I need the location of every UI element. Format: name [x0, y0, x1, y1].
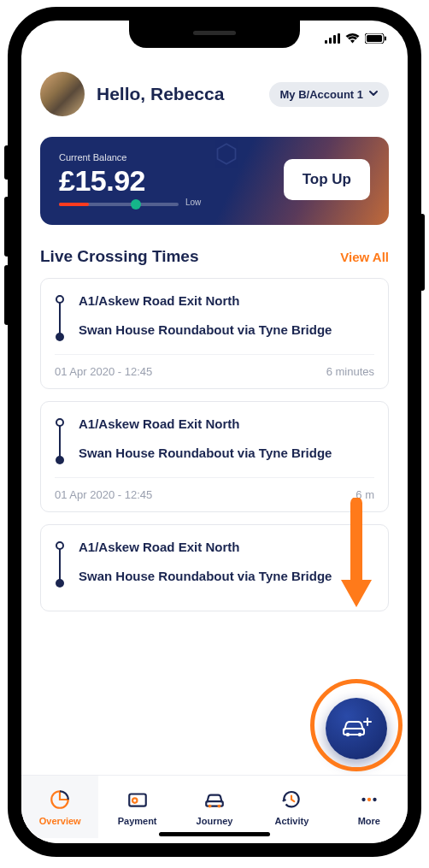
route-to: Swan House Roundabout via Tyne Bridge	[79, 322, 374, 339]
tab-label: Overview	[39, 816, 81, 826]
view-all-link[interactable]: View All	[340, 250, 389, 264]
svg-point-10	[56, 333, 64, 341]
account-selector-label: My B/Account 1	[279, 88, 363, 101]
crossing-card[interactable]: A1/Askew Road Exit North Swan House Roun…	[40, 401, 389, 512]
battery-icon	[365, 33, 387, 44]
more-dots-icon	[358, 788, 380, 812]
svg-marker-18	[341, 580, 372, 607]
signal-icon	[325, 33, 340, 44]
history-icon	[280, 788, 303, 812]
svg-point-29	[361, 797, 365, 800]
svg-rect-6	[385, 37, 386, 41]
tab-payment[interactable]: Payment	[98, 776, 175, 838]
route-line-icon	[55, 292, 67, 342]
route-time: 01 Apr 2020 - 12:45	[55, 365, 152, 378]
route-from: A1/Askew Road Exit North	[79, 416, 374, 433]
svg-point-13	[56, 456, 64, 464]
add-vehicle-fab[interactable]	[326, 698, 387, 759]
svg-rect-1	[329, 38, 332, 44]
svg-rect-0	[325, 40, 327, 44]
route-duration: 6 minutes	[326, 365, 374, 378]
tab-journey[interactable]: Journey	[176, 776, 253, 838]
svg-point-8	[56, 296, 63, 303]
tab-label: More	[358, 816, 380, 826]
tab-more[interactable]: More	[331, 776, 408, 838]
svg-point-20	[346, 733, 350, 736]
svg-point-21	[358, 733, 361, 736]
tab-label: Activity	[275, 816, 309, 826]
svg-point-11	[56, 419, 63, 426]
tutorial-arrow-icon	[338, 498, 375, 612]
svg-rect-3	[338, 33, 340, 44]
balance-amount: £15.92	[59, 164, 284, 198]
svg-point-30	[367, 797, 371, 800]
route-to: Swan House Roundabout via Tyne Bridge	[79, 568, 374, 585]
car-plus-icon	[341, 715, 372, 742]
home-indicator[interactable]	[159, 832, 270, 836]
balance-label: Current Balance	[59, 152, 284, 162]
svg-point-25	[132, 798, 137, 802]
top-up-button[interactable]: Top Up	[284, 159, 370, 200]
svg-point-16	[56, 579, 64, 588]
balance-card: Current Balance £15.92 Low Top Up	[40, 137, 389, 225]
balance-meter: Low	[59, 203, 179, 206]
wifi-icon	[345, 33, 360, 44]
crossing-times-title: Live Crossing Times	[40, 247, 199, 266]
svg-point-28	[217, 804, 220, 807]
route-from: A1/Askew Road Exit North	[79, 539, 374, 556]
route-time: 01 Apr 2020 - 12:45	[55, 488, 152, 501]
car-icon	[203, 788, 226, 812]
route-line-icon	[55, 539, 67, 588]
svg-rect-2	[333, 35, 336, 44]
pie-chart-icon	[49, 788, 71, 812]
account-selector[interactable]: My B/Account 1	[269, 82, 389, 107]
balance-meter-label: Low	[185, 198, 201, 207]
crossing-card[interactable]: A1/Askew Road Exit North Swan House Roun…	[40, 524, 389, 611]
crossing-card[interactable]: A1/Askew Road Exit North Swan House Roun…	[40, 278, 389, 389]
svg-point-27	[209, 804, 212, 807]
svg-point-31	[373, 797, 376, 800]
svg-rect-5	[367, 35, 382, 42]
route-line-icon	[55, 416, 67, 465]
greeting-text: Hello, Rebecca	[97, 84, 257, 104]
tab-activity[interactable]: Activity	[253, 776, 330, 838]
tab-label: Payment	[118, 816, 157, 826]
chevron-down-icon	[368, 88, 379, 101]
route-to: Swan House Roundabout via Tyne Bridge	[79, 445, 374, 462]
tab-overview[interactable]: Overview	[21, 776, 98, 838]
avatar[interactable]	[40, 72, 85, 116]
wallet-icon	[126, 788, 149, 812]
svg-point-14	[56, 542, 63, 549]
route-from: A1/Askew Road Exit North	[79, 292, 374, 310]
tab-label: Journey	[197, 816, 233, 826]
